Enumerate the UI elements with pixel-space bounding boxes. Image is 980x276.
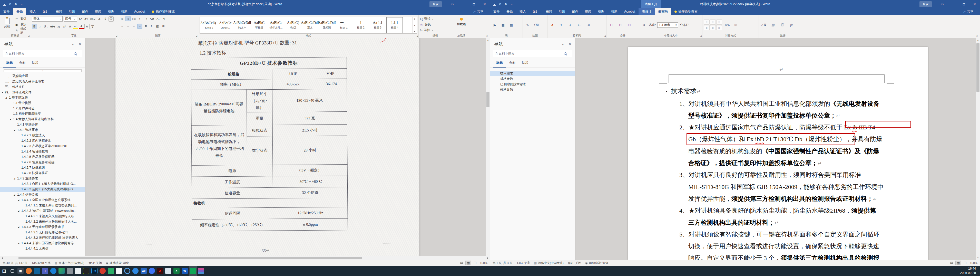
- select-table-icon[interactable]: ▶: [492, 22, 498, 28]
- ribbon-tab[interactable]: 引用: [65, 8, 78, 15]
- split-cells-icon[interactable]: ⊓: [617, 22, 624, 28]
- expander-icon[interactable]: ◢: [18, 242, 21, 244]
- document-page[interactable]: ↵ ▪技术需求↵ 1、对讲机须具有中华人民共和国工业和信息化部颁发的《无线电发射…: [628, 47, 928, 260]
- phonetic-guide-icon[interactable]: 文: [103, 16, 108, 22]
- style-item[interactable]: 1.1.1 标题 4: [386, 17, 403, 34]
- ribbon-tab[interactable]: 设计: [39, 8, 52, 15]
- cell-margins-icon[interactable]: ⊞: [732, 22, 739, 28]
- ribbon-tab[interactable]: 文件: [0, 8, 13, 15]
- qat-customize-icon[interactable]: ⌄: [20, 2, 23, 6]
- word-icon[interactable]: W: [181, 266, 189, 276]
- read-mode-icon[interactable]: ▤: [949, 261, 955, 265]
- highlight-color-icon[interactable]: ab: [73, 24, 78, 29]
- align-right-icon[interactable]: ≡: [131, 24, 137, 29]
- align-center-icon[interactable]: ≡: [710, 25, 716, 30]
- app-icon-blue[interactable]: [33, 266, 41, 276]
- app-icon-ring[interactable]: [123, 266, 131, 276]
- merge-cells-icon[interactable]: ⊔: [608, 22, 615, 28]
- ribbon-tab[interactable]: 表设计: [638, 8, 655, 15]
- ribbon-tab[interactable]: 视图: [105, 8, 118, 15]
- align-top-left-icon[interactable]: ≡: [704, 19, 710, 25]
- ribbon-tab[interactable]: 视图: [595, 8, 608, 15]
- close-button[interactable]: ✕: [969, 0, 980, 8]
- nav-heading-item[interactable]: ◢ 1.4.4.2 “信用中国”网站（www.creditc...: [0, 208, 85, 214]
- taskbar-clock[interactable]: 16:44 2025-09-28: [960, 266, 980, 275]
- eraser-icon[interactable]: ⌫: [533, 22, 540, 28]
- nav-close-icon[interactable]: ✕: [569, 42, 571, 46]
- sort-icon[interactable]: A⇅: [760, 22, 767, 28]
- italic-button[interactable]: I: [37, 24, 43, 29]
- expander-icon[interactable]: ◢: [14, 194, 17, 196]
- web-layout-icon[interactable]: ◫: [962, 261, 968, 265]
- scroll-right-icon[interactable]: ▶: [486, 256, 490, 260]
- qq-icon[interactable]: [115, 266, 123, 276]
- nav-heading-item[interactable]: 一、 采购响应函: [0, 73, 85, 79]
- app-icon-ws[interactable]: WS: [140, 266, 148, 276]
- change-case-icon[interactable]: Aa⌄: [89, 16, 97, 22]
- document-canvas[interactable]: ↵ ▪技术需求↵ 1、对讲机须具有中华人民共和国工业和信息化部颁发的《无线电发射…: [576, 38, 976, 260]
- show-marks-icon[interactable]: ¶: [162, 16, 167, 21]
- minimize-button[interactable]: —: [948, 0, 958, 8]
- ribbon-tab[interactable]: 帮助: [118, 8, 131, 15]
- align-center-icon[interactable]: ≡: [126, 24, 130, 29]
- nav-tab[interactable]: 标题: [3, 59, 16, 67]
- ribbon-tab[interactable]: 表布局: [655, 8, 671, 15]
- track-changes-indicator[interactable]: 修订: 关闭: [568, 261, 581, 265]
- ribbon-tab[interactable]: 审阅: [92, 8, 105, 15]
- view-gridlines-icon[interactable]: ▦: [500, 22, 506, 28]
- accessibility-indicator[interactable]: ◉辅助功能: 调查: [106, 261, 129, 265]
- align-center-left-icon[interactable]: ≡: [704, 25, 710, 30]
- cut-button[interactable]: ✂剪切: [14, 16, 29, 21]
- ribbon-tab[interactable]: 文件: [490, 8, 503, 15]
- restore-button[interactable]: ◻: [958, 0, 969, 8]
- scroll-up-icon[interactable]: ▲: [976, 38, 980, 42]
- nav-heading-item[interactable]: 1.4.2.2 库内状态正常: [0, 138, 85, 144]
- document-page[interactable]: 摩托罗拉 防爆对讲机 型号 GP328D+U 数量: 31 1.2 技术指标 G…: [115, 38, 420, 256]
- nav-heading-item[interactable]: 1.3 初步评审表响应: [0, 111, 85, 116]
- insert-above-icon[interactable]: ↥: [558, 22, 565, 28]
- style-item[interactable]: AaBbCc Other|1: [217, 17, 234, 34]
- row-height-input[interactable]: 1.4 厘米▲▼: [657, 22, 678, 28]
- style-item[interactable]: Aa 1.1 标题 3: [369, 17, 386, 34]
- nav-heading-item[interactable]: 1.4.2.5 产品质量保证函: [0, 154, 85, 160]
- nav-search-box[interactable]: ⌄: [3, 50, 82, 57]
- start-button[interactable]: ⊞: [0, 266, 8, 276]
- photoshop-icon[interactable]: Ps: [90, 266, 99, 276]
- align-top-right-icon[interactable]: ≡: [716, 19, 722, 25]
- expander-icon[interactable]: ◢: [18, 226, 21, 228]
- ribbon-display-options-icon[interactable]: ▭: [937, 0, 948, 8]
- signin-button[interactable]: 登录: [430, 1, 442, 7]
- style-item[interactable]: AaBbCcDdI 无间隔: [318, 17, 335, 34]
- petrochina-icon[interactable]: [99, 266, 107, 276]
- find-button[interactable]: 查找⌄: [420, 17, 434, 21]
- ribbon-tab[interactable]: 邮件: [78, 8, 92, 15]
- nav-heading-item[interactable]: 规格参数: [490, 76, 575, 81]
- ribbon-display-options-icon[interactable]: ▭: [447, 0, 458, 8]
- nav-heading-item[interactable]: 1.4.4.1.1 未被工商行政管理机关列...: [0, 203, 85, 208]
- expander-icon[interactable]: ◢: [18, 210, 21, 212]
- nav-heading-item[interactable]: 三、 价格文件: [0, 84, 85, 89]
- strikethrough-icon[interactable]: abc: [49, 24, 56, 29]
- nav-heading-item[interactable]: 已删除的技术需求: [490, 81, 575, 87]
- text-effects-icon[interactable]: A: [67, 24, 73, 29]
- undo-icon[interactable]: ↺: [499, 2, 501, 6]
- dialog-launcher-icon[interactable]: ◢: [700, 35, 702, 37]
- spec-table[interactable]: GP328D+U 技术参数指标 一般规格 UHF VHF 频率（MHz） 403…: [191, 57, 348, 231]
- table-properties-icon[interactable]: ▤: [508, 22, 515, 28]
- insert-right-icon[interactable]: ⇥: [585, 22, 592, 28]
- borders-icon[interactable]: ⊞: [161, 24, 166, 29]
- align-left-icon[interactable]: ≡: [119, 24, 125, 29]
- nav-heading-item[interactable]: 1.4.4.3.1 无行贿犯罪记录-公司: [0, 230, 85, 235]
- nav-heading-item[interactable]: ◢ 1.4.2 资格要求: [0, 128, 85, 133]
- scrollbar-thumb[interactable]: [977, 43, 980, 92]
- asian-layout-icon[interactable]: A⇄: [149, 16, 155, 21]
- share-button[interactable]: ↗共享⌄: [959, 8, 980, 15]
- superscript-icon[interactable]: x²: [62, 24, 67, 29]
- ribbon-tab[interactable]: 插入: [26, 8, 39, 15]
- ribbon-tab[interactable]: 操作说明搜索: [148, 8, 178, 15]
- app-icon-gray[interactable]: [66, 266, 74, 276]
- word-count[interactable]: 1467 个字: [517, 261, 530, 265]
- character-border-icon[interactable]: Ⓐ: [108, 16, 114, 22]
- wechat-icon[interactable]: [107, 266, 115, 276]
- nav-heading-item[interactable]: 1.4.4.2.2 未被列入失信被执行人名...: [0, 219, 85, 224]
